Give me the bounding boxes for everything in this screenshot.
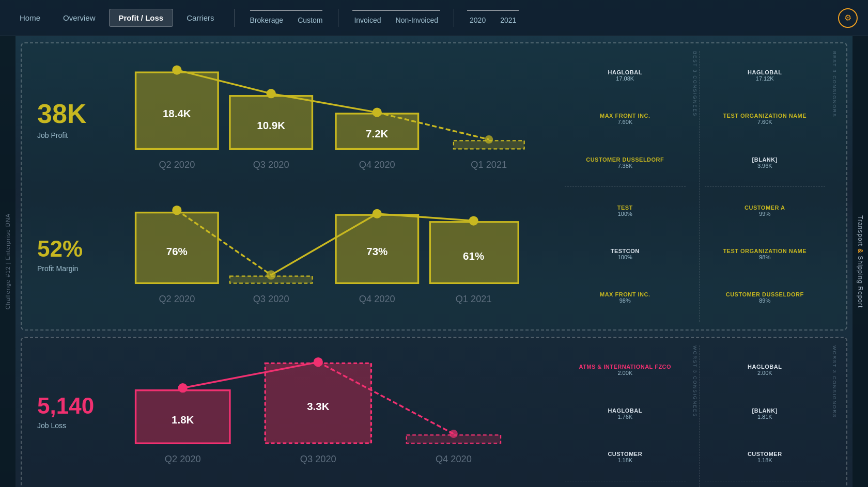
challenge-label: Challenge #12 | Enterprise DNA	[0, 36, 16, 487]
consignor-item-1: HAGLOBAL 17.12K	[705, 54, 826, 97]
job-profit-chart: 18.4K 10.9K 7.2K Q2 2020 Q3 2020 Q4 2020…	[112, 54, 560, 185]
consignee-margin-item-1: test 100%	[565, 189, 686, 232]
worst-consignor-2-value: 1.81K	[757, 414, 772, 420]
side-label-text: Transport & Shipping Report	[857, 215, 864, 308]
svg-text:Q3 2020: Q3 2020	[253, 159, 289, 170]
svg-text:Q2 2020: Q2 2020	[165, 453, 201, 464]
consignor-margin-item-1: CUSTOMER A 99%	[705, 189, 826, 232]
consignee-margin-2-name: TESTCON	[611, 248, 640, 254]
consignor-item-2: TEST ORGANIZATION NAME 7.60K	[705, 97, 826, 140]
loss-panel: 5,140 Job Loss 7% Loss Margin	[21, 337, 847, 487]
svg-text:61%: 61%	[463, 249, 484, 261]
consignor-margin-3-name: CUSTOMER DUSSELDORF	[726, 291, 804, 297]
svg-text:Q1 2021: Q1 2021	[471, 159, 507, 170]
consignor-margin-item-3: CUSTOMER DUSSELDORF 89%	[705, 276, 826, 319]
svg-text:18.4K: 18.4K	[163, 107, 191, 119]
consignor-1-value: 17.12K	[756, 75, 774, 82]
worst-consignee-1-name: ATMS & INTERNATIONAL FZCO	[579, 364, 671, 370]
worst-consignee-1-value: 2.00K	[617, 370, 632, 376]
worst-consignee-item-2: HAGLOBAL 1.76K	[565, 392, 686, 435]
nav-tab-home[interactable]: Home	[10, 9, 50, 26]
svg-text:1.8K: 1.8K	[172, 414, 194, 426]
consignee-margin-1-name: test	[617, 205, 633, 211]
consignee-2-name: MAX FRONT INC.	[600, 113, 650, 119]
svg-point-28	[469, 216, 478, 225]
svg-text:73%: 73%	[366, 245, 388, 257]
svg-text:Q1 2021: Q1 2021	[456, 293, 492, 304]
navbar: Home Overview Profit / Loss Carriers Bro…	[0, 0, 868, 36]
worst-consignees-panel: ATMS & INTERNATIONAL FZCO 2.00K HAGLOBAL…	[560, 345, 700, 487]
worst-consignor-3-name: CUSTOMER	[748, 451, 782, 457]
nav-tab-2021[interactable]: 2021	[495, 14, 521, 26]
nav-divider-1	[234, 9, 235, 27]
nav-tab-profit-loss[interactable]: Profit / Loss	[109, 9, 174, 27]
worst-consignee-3-name: CUSTOMER	[608, 451, 642, 457]
worst-consignor-item-2: [Blank] 1.81K	[705, 392, 826, 435]
consignor-margin-1-name: CUSTOMER A	[745, 205, 785, 211]
consignee-item-2: MAX FRONT INC. 7.60K	[565, 97, 686, 140]
worst-consignors-label: Worst 3 Consignors	[830, 345, 839, 487]
worst-consignees-label: Worst 3 Consignees	[691, 345, 699, 487]
profit-margin-chart: 76% 73% 61% Q2 2020 Q3 2020 Q4 2020 Q1 2…	[112, 188, 560, 320]
worst-consignor-3-value: 1.18K	[757, 457, 772, 463]
consignee-margin-3-name: MAX FRONT INC.	[600, 291, 650, 297]
consignee-2-value: 7.60K	[617, 119, 632, 125]
svg-text:Q2 2020: Q2 2020	[159, 293, 195, 304]
consignee-1-name: HAGLOBAL	[608, 69, 642, 75]
consignee-margin-item-2: TESTCON 100%	[565, 232, 686, 276]
consignee-1-value: 17.08K	[616, 75, 634, 82]
nav-tab-custom[interactable]: Custom	[292, 14, 328, 26]
worst-consignor-1-name: HAGLOBAL	[748, 364, 782, 370]
worst-consignee-3-value: 1.18K	[617, 457, 632, 463]
side-label: Transport & Shipping Report	[853, 36, 868, 487]
nav-tab-brokerage[interactable]: Brokerage	[245, 14, 289, 26]
worst-consignor-1-value: 2.00K	[757, 370, 772, 376]
consignor-1-name: HAGLOBAL	[748, 69, 782, 75]
svg-text:7.2K: 7.2K	[366, 128, 388, 139]
worst-consignor-item-1: HAGLOBAL 2.00K	[705, 348, 826, 391]
challenge-text: Challenge #12 | Enterprise DNA	[5, 213, 11, 309]
svg-text:10.9K: 10.9K	[257, 119, 285, 131]
svg-point-43	[450, 430, 458, 438]
worst-consignors-panel: HAGLOBAL 2.00K [Blank] 1.81K CUSTOMER 1.…	[700, 345, 839, 487]
worst-consignor-item-3: CUSTOMER 1.18K	[705, 435, 826, 479]
worst-consignee-margin-item-1: DUMMY ORGANIZATION PH 200%	[565, 483, 686, 487]
settings-icon[interactable]: ⚙	[838, 8, 858, 28]
loss-charts: 1.8K 3.3K Q2 2020 Q3 2020 Q4 2020	[112, 345, 560, 487]
loss-right-panels: ATMS & INTERNATIONAL FZCO 2.00K HAGLOBAL…	[560, 345, 839, 487]
nav-tab-2020[interactable]: 2020	[464, 14, 491, 26]
best-consignees-panel: HAGLOBAL 17.08K MAX FRONT INC. 7.60K CUS…	[560, 51, 700, 322]
best-consignors-label: Best 3 Consignors	[830, 51, 839, 322]
svg-text:Q3 2020: Q3 2020	[253, 293, 289, 304]
worst-consignees-content: ATMS & INTERNATIONAL FZCO 2.00K HAGLOBAL…	[560, 345, 691, 487]
profit-panel: 38K Job Profit 52% Profit Margin	[21, 42, 847, 331]
consignee-3-value: 7.38K	[617, 163, 632, 169]
best-consignors-content: HAGLOBAL 17.12K TEST ORGANIZATION NAME 7…	[700, 51, 831, 322]
main-content: 38K Job Profit 52% Profit Margin	[0, 36, 868, 487]
worst-consignee-item-3: CUSTOMER 1.18K	[565, 435, 686, 479]
consignee-margin-item-3: MAX FRONT INC. 98%	[565, 276, 686, 319]
nav-tab-invoiced[interactable]: Invoiced	[349, 14, 386, 26]
profit-charts: 18.4K 10.9K 7.2K Q2 2020 Q3 2020 Q4 2020…	[112, 51, 560, 322]
worst-consignee-item-1: ATMS & INTERNATIONAL FZCO 2.00K	[565, 348, 686, 391]
svg-text:76%: 76%	[166, 245, 188, 257]
consignor-margin-1-value: 99%	[759, 211, 770, 217]
nav-divider-3	[454, 9, 454, 27]
loss-margin-chart: 7% 9% Q2 2020 Q3 2020 Q4 2020	[112, 482, 560, 487]
svg-text:Q2 2020: Q2 2020	[159, 159, 195, 170]
profit-right-panels: HAGLOBAL 17.08K MAX FRONT INC. 7.60K CUS…	[560, 51, 839, 322]
profit-metrics: 38K Job Profit 52% Profit Margin	[29, 51, 112, 322]
nav-tab-carriers[interactable]: Carriers	[177, 9, 223, 26]
svg-text:Q3 2020: Q3 2020	[300, 453, 336, 464]
svg-text:Q4 2020: Q4 2020	[359, 159, 395, 170]
consignee-item-3: CUSTOMER DUSSELDORF 7.38K	[565, 140, 686, 184]
nav-tabs-left: Home Overview Profit / Loss Carriers	[10, 9, 224, 27]
nav-tab-overview[interactable]: Overview	[54, 9, 105, 26]
worst-consignee-2-value: 1.76K	[617, 414, 632, 420]
nav-tab-non-invoiced[interactable]: Non-Invoiced	[391, 14, 444, 26]
svg-point-10	[485, 135, 493, 144]
consignee-margin-2-value: 100%	[618, 254, 632, 260]
worst-consignors-content: HAGLOBAL 2.00K [Blank] 1.81K CUSTOMER 1.…	[700, 345, 831, 487]
worst-consignor-2-name: [Blank]	[752, 407, 778, 414]
consignor-margin-item-2: TEST ORGANIZATION NAME 98%	[705, 232, 826, 276]
